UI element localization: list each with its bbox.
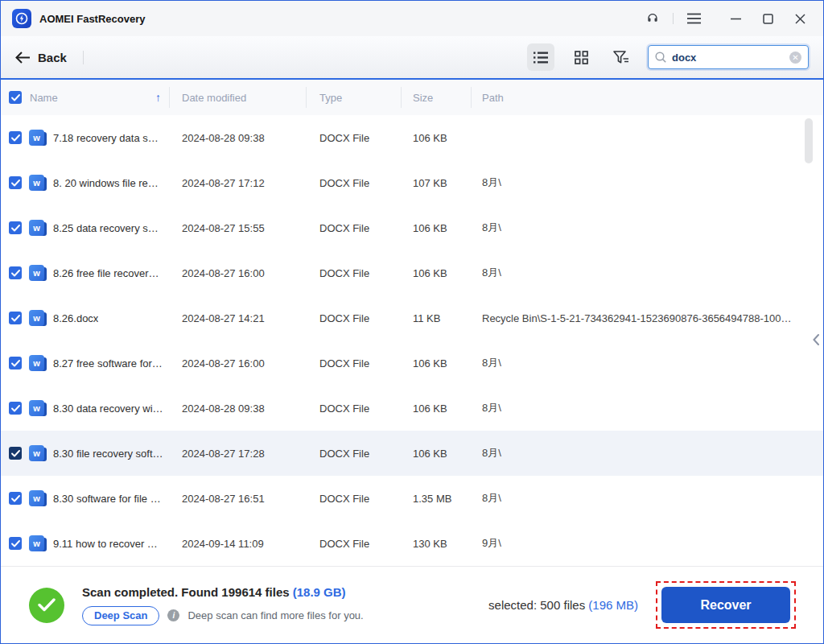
file-size: 106 KB	[402, 402, 472, 415]
grid-view-button[interactable]	[567, 43, 595, 71]
file-name: 8.27 free software for data...	[53, 357, 163, 369]
file-path: 8月\	[472, 175, 823, 190]
file-type: DOCX File	[307, 312, 402, 324]
column-header-type[interactable]: Type	[307, 87, 402, 108]
file-row[interactable]: w 8.26.docx 2024-08-27 14:21 DOCX File 1…	[1, 295, 823, 341]
word-file-icon: w	[29, 129, 47, 147]
back-label: Back	[38, 51, 67, 64]
search-input[interactable]	[672, 52, 789, 64]
close-button[interactable]	[788, 6, 812, 31]
word-file-icon: w	[29, 489, 47, 507]
file-row[interactable]: w 8.27 free software for data... 2024-08…	[1, 341, 823, 386]
file-path: 8月\	[472, 356, 823, 370]
file-path: 9月\	[472, 536, 823, 551]
row-checkbox[interactable]	[9, 266, 22, 279]
file-path: 8月\	[472, 221, 823, 235]
file-name: 8.26 free file recovery pro...	[53, 267, 163, 279]
row-checkbox[interactable]	[9, 221, 22, 234]
row-checkbox[interactable]	[9, 492, 22, 505]
file-name: 8.25 data recovery softwa...	[53, 222, 163, 234]
menu-icon[interactable]	[682, 6, 706, 31]
word-file-icon: w	[29, 444, 47, 462]
status-bar: Scan completed. Found 199614 files (18.9…	[1, 566, 823, 643]
file-row[interactable]: w 7.18 recovery data softwa... 2024-08-2…	[1, 115, 823, 160]
filter-icon[interactable]	[608, 43, 635, 71]
app-window: AOMEI FastRecovery Back	[0, 0, 824, 644]
file-name: 8.30 file recovery software...	[53, 448, 163, 460]
select-all-checkbox[interactable]	[9, 91, 22, 104]
file-date-modified: 2024-08-27 16:00	[170, 357, 307, 369]
maximize-button[interactable]	[756, 6, 780, 31]
selection-summary: selected: 500 files (196 MB)	[488, 598, 638, 612]
file-size: 106 KB	[402, 132, 472, 144]
toolbar-right: ✕	[514, 43, 809, 71]
collapse-panel-chevron-icon[interactable]	[813, 334, 819, 349]
column-header-size[interactable]: Size	[402, 87, 472, 108]
app-title: AOMEI FastRecovery	[39, 13, 146, 25]
list-view-button[interactable]	[527, 43, 554, 71]
word-file-icon: w	[29, 535, 47, 552]
back-button[interactable]: Back	[15, 51, 67, 64]
row-checkbox[interactable]	[9, 537, 22, 550]
sort-ascending-icon: ↑	[155, 91, 161, 104]
file-date-modified: 2024-08-27 16:00	[170, 267, 307, 279]
titlebar: AOMEI FastRecovery	[1, 1, 823, 36]
file-row[interactable]: w 8.26 free file recovery pro... 2024-08…	[1, 250, 823, 295]
file-row[interactable]: w 9.11 how to recover delet... 2024-09-1…	[1, 521, 823, 566]
row-checkbox[interactable]	[9, 131, 22, 144]
scan-status-block: Scan completed. Found 199614 files (18.9…	[82, 585, 364, 625]
row-checkbox[interactable]	[9, 447, 22, 460]
info-icon: i	[167, 609, 179, 621]
file-row[interactable]: w 8. 20 windows file recover... 2024-08-…	[1, 160, 823, 205]
file-type: DOCX File	[307, 177, 402, 189]
row-checkbox[interactable]	[9, 402, 22, 415]
column-header-date-modified[interactable]: Date modified	[170, 87, 307, 108]
file-name: 8.30 data recovery windo...	[53, 402, 163, 415]
clear-search-icon[interactable]: ✕	[789, 52, 801, 64]
deep-scan-button[interactable]: Deep Scan	[82, 606, 159, 625]
file-date-modified: 2024-09-14 11:09	[170, 538, 307, 550]
row-checkbox[interactable]	[9, 357, 22, 369]
file-name: 8. 20 windows file recover...	[53, 177, 163, 189]
file-row[interactable]: w 8.30 software for file reco... 2024-08…	[1, 476, 823, 521]
file-date-modified: 2024-08-27 17:12	[170, 177, 307, 189]
word-file-icon: w	[29, 219, 47, 237]
file-path: 8月\	[472, 401, 823, 415]
file-size: 11 KB	[402, 312, 472, 324]
minimize-button[interactable]	[723, 6, 748, 31]
toolbar: Back ✕	[1, 36, 823, 80]
file-type: DOCX File	[307, 357, 402, 369]
file-path: 8月\	[472, 266, 823, 280]
recover-button[interactable]: Recover	[661, 587, 790, 623]
file-type: DOCX File	[307, 222, 402, 234]
file-size: 1.35 MB	[402, 493, 472, 505]
file-size: 107 KB	[402, 177, 472, 189]
app-logo-icon	[12, 9, 31, 28]
word-file-icon: w	[29, 174, 47, 192]
file-date-modified: 2024-08-28 09:38	[170, 132, 307, 144]
file-date-modified: 2024-08-28 09:38	[170, 402, 307, 415]
file-date-modified: 2024-08-27 14:21	[170, 312, 307, 324]
selected-size: (196 MB)	[588, 598, 638, 612]
file-date-modified: 2024-08-27 15:55	[170, 222, 307, 234]
search-box: ✕	[648, 45, 809, 69]
file-size: 130 KB	[402, 538, 472, 550]
scrollbar-thumb[interactable]	[805, 118, 813, 163]
file-list: w 7.18 recovery data softwa... 2024-08-2…	[1, 115, 823, 566]
file-row[interactable]: w 8.25 data recovery softwa... 2024-08-2…	[1, 205, 823, 250]
row-checkbox[interactable]	[9, 312, 22, 324]
file-size: 106 KB	[402, 357, 472, 369]
headset-icon[interactable]	[641, 6, 665, 31]
column-header-name[interactable]: Name ↑	[1, 87, 170, 108]
file-row[interactable]: w 8.30 file recovery software... 2024-08…	[1, 431, 823, 476]
scan-size: (18.9 GB)	[293, 585, 346, 599]
titlebar-separator	[673, 13, 674, 24]
file-row[interactable]: w 8.30 data recovery windo... 2024-08-28…	[1, 386, 823, 431]
row-checkbox[interactable]	[9, 176, 22, 189]
file-date-modified: 2024-08-27 17:28	[170, 448, 307, 460]
file-size: 106 KB	[402, 448, 472, 460]
column-header-path[interactable]: Path	[472, 87, 823, 108]
search-icon	[655, 52, 666, 63]
file-name: 7.18 recovery data softwa...	[53, 132, 163, 144]
file-type: DOCX File	[307, 493, 402, 505]
